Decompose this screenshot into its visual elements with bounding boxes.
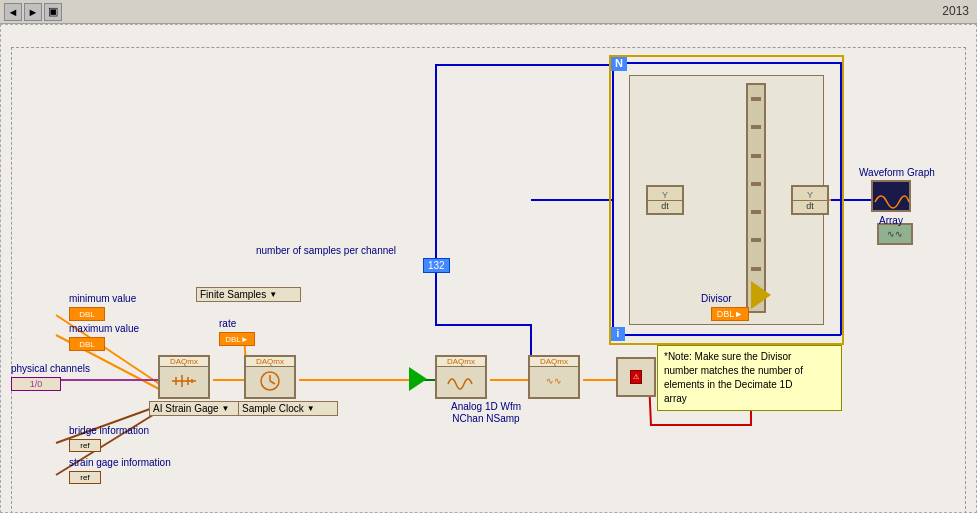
array-display: ∿∿ [877,223,913,245]
back-icon[interactable]: ◄ [4,3,22,21]
note-box: *Note: Make sure the Divisor number matc… [657,345,842,411]
divisor-const: DBL► [711,307,749,321]
finite-samples-dropdown-arrow[interactable]: ▼ [269,290,277,299]
strain-info-const: ref [69,471,101,484]
divisor-label: Divisor [701,293,732,304]
dt-block-right: Y dt [791,185,829,215]
ai-strain-dropdown-arrow[interactable]: ▼ [222,404,230,413]
year-label: 2013 [942,4,969,18]
daq-block-4: DAQmx ∿∿ [528,355,580,399]
min-value-const: DBL [69,307,105,321]
error-icon: ⚠ [633,373,639,380]
strain-gage-icon [168,369,200,393]
daq-block-3: DAQmx [435,355,487,399]
max-value-const: DBL [69,337,105,351]
bridge-info-label: bridge information [69,425,149,436]
strain-gage-info-label: strain gage information [69,457,171,468]
rate-label: rate [219,318,236,329]
daq2-label: DAQmx [246,357,294,367]
n-counter-label: N [611,55,627,71]
dt-block-left: Y dt [646,185,684,215]
waveform-preview [873,182,911,212]
clock-icon [254,369,286,393]
connector-strip [746,83,766,313]
array-preview-icon: ∿∿ [887,229,903,239]
screen-icon[interactable]: ▣ [44,3,62,21]
waveform-graph-label: Waveform Graph [859,167,935,178]
min-value-label: minimum value [69,293,136,304]
i-counter-label: i [611,327,625,341]
forward-icon[interactable]: ► [24,3,42,21]
bridge-info-const: ref [69,439,101,452]
sample-clock-dropdown-arrow[interactable]: ▼ [307,404,315,413]
physical-channels-label: physical channels [11,363,90,374]
rate-const: DBL► [219,332,255,346]
diagram-canvas: N i Y dt Y dt Divisor DBL► [0,24,977,513]
num-samples-label: number of samples per channel [256,245,396,256]
physical-channels-const: 1/0 [11,377,61,391]
array-label: Array [879,215,903,226]
daq-block-1: DAQmx [158,355,210,399]
svg-line-18 [270,381,275,384]
error-block: ⚠ [616,357,656,397]
outer-border [11,47,966,513]
play-button[interactable] [409,367,427,391]
analog-1d-label: Analog 1D Wfm NChan NSamp [426,401,546,425]
sample-clock-enum[interactable]: Sample Clock ▼ [238,401,338,416]
finite-samples-enum[interactable]: Finite Samples ▼ [196,287,301,302]
waveform-graph [871,180,911,212]
daq3-label: DAQmx [437,357,485,367]
wire-layer [1,25,976,512]
num-samples-value: 132 [423,258,450,273]
waveform-read-icon [445,370,477,392]
title-bar: ◄ ► ▣ 2013 [0,0,977,24]
daq1-label: DAQmx [160,357,208,367]
multiply-node [751,281,771,309]
daq4-label: DAQmx [530,357,578,367]
max-value-label: maximum value [69,323,139,334]
daq-block-2: DAQmx [244,355,296,399]
